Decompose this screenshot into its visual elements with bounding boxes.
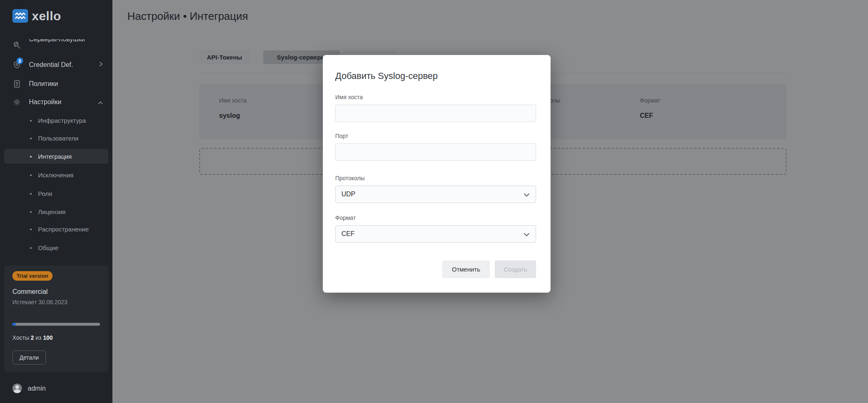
sidebar-subitem-distribution[interactable]: • Распространение (0, 222, 112, 236)
format-select[interactable]: CEF (335, 225, 536, 243)
hosts-counter: Хосты 2 из 100 (12, 334, 53, 341)
sidebar-subitem-users[interactable]: • Пользователи (0, 131, 112, 145)
details-button[interactable]: Детали (12, 351, 46, 365)
beta-badge: β (17, 57, 23, 64)
sidebar-item-settings[interactable]: Настройки (0, 95, 112, 110)
sidebar-item-policies[interactable]: Политики (0, 76, 112, 91)
xello-logo-icon (12, 9, 28, 23)
user-name: admin (28, 385, 46, 392)
app-window: Серверы-ловушки β Credential Def. Полити… (0, 0, 868, 403)
chevron-up-icon (98, 99, 103, 107)
user-avatar-icon (12, 384, 22, 393)
license-progress-fill (12, 323, 16, 326)
chevron-down-icon (523, 231, 530, 238)
port-input[interactable] (335, 143, 536, 161)
hostname-label: Имя хоста (335, 94, 363, 100)
sidebar-subitem-general[interactable]: • Общие (0, 240, 112, 255)
subitem-label: Пользователи (38, 135, 79, 142)
subitem-label: Исключения (38, 172, 74, 179)
sidebar-subitem-infrastructure[interactable]: • Инфраструктура (0, 113, 112, 128)
hosts-progress-bar (12, 323, 100, 326)
policies-icon (12, 79, 21, 88)
sidebar-item-label: Настройки (29, 98, 61, 107)
protocols-label: Протоколы (335, 175, 365, 181)
brand-name: xello (32, 10, 61, 22)
create-button[interactable]: Создать (495, 260, 536, 278)
sidebar-header: xello (0, 0, 112, 39)
sidebar-item-credential-def[interactable]: β Credential Def. (0, 57, 112, 72)
chevron-down-icon (523, 191, 530, 199)
format-label: Формат (335, 215, 356, 221)
subitem-label: Общие (38, 244, 58, 251)
sidebar-subitem-roles[interactable]: • Роли (0, 186, 112, 201)
hostname-input[interactable] (335, 105, 536, 122)
subitem-label: Интеграция (38, 153, 72, 160)
credential-def-icon: β (12, 60, 21, 69)
sidebar-subitem-license[interactable]: • Лицензия (0, 204, 112, 219)
sidebar-item-label: Credential Def. (29, 60, 73, 69)
cancel-button[interactable]: Отменить (442, 260, 490, 278)
gear-icon (12, 98, 21, 107)
subitem-label: Роли (38, 190, 52, 197)
subitem-label: Инфраструктура (38, 117, 86, 124)
sidebar: Серверы-ловушки β Credential Def. Полити… (0, 0, 112, 403)
subitem-label: Лицензия (38, 208, 66, 215)
chevron-right-icon (98, 61, 103, 69)
port-label: Порт (335, 133, 348, 139)
sidebar-item-label: Политики (29, 79, 58, 88)
license-expiry: Истекает 30.08.2023 (12, 299, 67, 305)
current-user[interactable]: admin (12, 384, 46, 393)
protocols-select[interactable]: UDP (335, 186, 536, 203)
app-logo: xello (12, 9, 61, 23)
trial-badge: Trial version (12, 271, 52, 281)
sidebar-subitem-exclusions[interactable]: • Исключения (0, 167, 112, 182)
license-plan: Commercial (12, 288, 48, 296)
modal-title: Добавить Syslog-сервер (335, 71, 438, 81)
license-panel: Trial version Commercial Истекает 30.08.… (4, 265, 108, 372)
subitem-label: Распространение (38, 226, 89, 233)
add-syslog-modal: Добавить Syslog-сервер Имя хоста Порт Пр… (323, 55, 551, 293)
trap-servers-icon (12, 41, 21, 50)
sidebar-subitem-integration[interactable]: • Интеграция (4, 149, 108, 164)
